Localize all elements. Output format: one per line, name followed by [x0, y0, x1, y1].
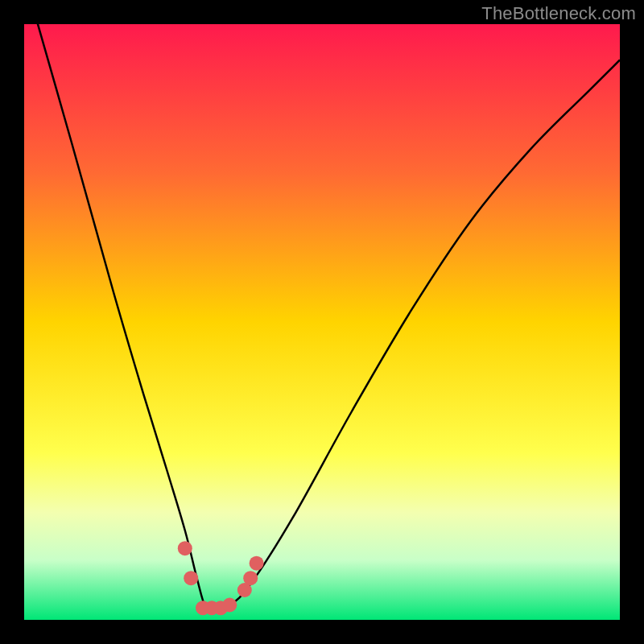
plot-area: [24, 24, 620, 620]
chart-frame: TheBottleneck.com: [0, 0, 644, 644]
chart-svg: [24, 24, 620, 620]
heat-gradient-background: [24, 24, 620, 620]
marker-point: [184, 571, 198, 585]
marker-point: [250, 556, 264, 571]
marker-point: [222, 598, 237, 613]
marker-point: [243, 571, 258, 585]
marker-point: [178, 541, 192, 555]
watermark-text: TheBottleneck.com: [481, 3, 636, 24]
